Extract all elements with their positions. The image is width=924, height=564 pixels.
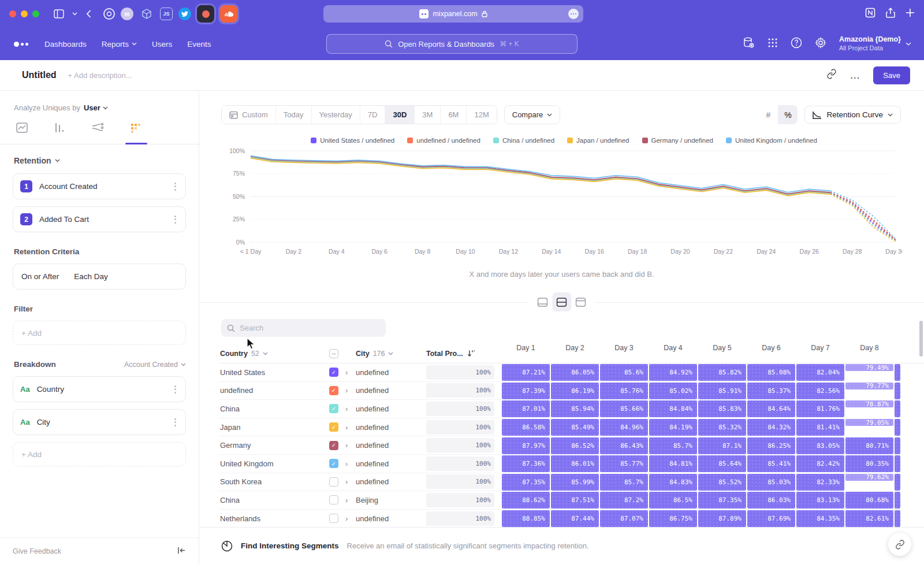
expand-row-icon[interactable]: › <box>345 477 356 486</box>
project-switcher[interactable]: Amazonia {Demo} All Project Data <box>839 35 911 52</box>
retention-value-cell[interactable]: 84.92% <box>649 364 697 381</box>
retention-value-cell[interactable]: 79.49% <box>845 364 893 371</box>
retention-value-cell[interactable]: 86.43% <box>600 437 648 454</box>
collapse-sidebar-icon[interactable] <box>177 547 186 556</box>
retention-value-cell[interactable]: 85.6% <box>600 364 648 381</box>
retention-value-cell[interactable]: 86.58% <box>502 419 550 436</box>
retention-value-cell[interactable]: 85.94% <box>551 400 599 417</box>
retention-value-cell[interactable]: 87.01% <box>502 400 550 417</box>
retention-section-header[interactable]: Retention <box>14 156 186 165</box>
new-tab-icon[interactable] <box>906 8 915 20</box>
retention-value-cell[interactable]: 85.82% <box>698 364 746 381</box>
expand-row-icon[interactable]: › <box>345 441 356 450</box>
retention-value-cell[interactable]: 85.64% <box>698 455 746 472</box>
retention-value-cell[interactable]: 87.21% <box>502 364 550 381</box>
more-options-icon[interactable]: … <box>850 72 860 78</box>
legend-item[interactable]: China / undefined <box>493 137 554 144</box>
retention-value-cell[interactable]: 86.01% <box>551 455 599 472</box>
global-search[interactable]: Open Reports & Dashboards ⌘ + K <box>326 34 578 54</box>
retention-value-cell[interactable]: 84.19% <box>649 419 697 436</box>
series-checkbox[interactable] <box>329 495 338 504</box>
view-table-only-button[interactable] <box>571 292 590 311</box>
retention-value-cell[interactable]: 85.99% <box>551 474 599 491</box>
day-column-header[interactable]: Day 1 <box>501 344 550 363</box>
retention-value-cell[interactable]: 80.35% <box>845 455 893 472</box>
data-management-icon[interactable] <box>743 37 755 51</box>
day-column-header[interactable]: Day 3 <box>599 344 649 363</box>
retention-value-cell[interactable]: 85.03% <box>747 474 795 491</box>
retention-value-cell[interactable]: 81.76% <box>796 400 844 417</box>
retention-value-cell[interactable]: 83.13% <box>796 492 844 509</box>
total-column-header[interactable]: Total Pro... <box>426 350 501 358</box>
retention-value-cell[interactable]: 84.84% <box>649 400 697 417</box>
range-today[interactable]: Today <box>276 106 312 124</box>
favicon-cube-icon[interactable] <box>139 6 154 21</box>
help-icon[interactable] <box>791 37 802 51</box>
retention-value-cell[interactable]: 85.52% <box>698 474 746 491</box>
breakdown-scope-selector[interactable]: Account Created <box>124 361 186 369</box>
nav-dashboards[interactable]: Dashboards <box>44 40 87 49</box>
select-all-checkbox[interactable]: – <box>329 349 338 358</box>
retention-value-cell[interactable]: 85.49% <box>551 419 599 436</box>
retention-value-cell[interactable]: 85.7% <box>600 474 648 491</box>
retention-value-cell[interactable]: 86.03% <box>747 492 795 509</box>
expand-row-icon[interactable]: › <box>345 423 356 432</box>
day-column-header[interactable]: Day 4 <box>649 344 698 363</box>
chart-type-selector[interactable]: Retention Curve <box>804 106 901 124</box>
retention-value-cell[interactable]: 84.81% <box>649 455 697 472</box>
retention-value-cell[interactable]: 85.91% <box>698 383 746 399</box>
series-checkbox[interactable]: ✓ <box>329 368 338 377</box>
retention-value-cell[interactable]: 82.42% <box>796 455 844 472</box>
mixpanel-logo[interactable] <box>14 42 28 47</box>
series-checkbox[interactable]: ✓ <box>329 404 338 413</box>
copy-link-icon[interactable] <box>826 69 837 81</box>
retention-value-cell[interactable]: 81.41% <box>796 419 844 436</box>
retention-value-cell[interactable]: 86.5% <box>649 492 697 509</box>
favicon-m-icon[interactable]: m <box>121 8 133 20</box>
criteria-interval-selector[interactable]: Each Day <box>74 272 108 281</box>
series-checkbox[interactable]: ✓ <box>329 422 338 432</box>
save-button[interactable]: Save <box>873 66 910 84</box>
retention-value-cell[interactable]: 87.44% <box>551 510 599 527</box>
tab-overview-chevron-icon[interactable] <box>72 12 77 16</box>
legend-item[interactable]: United Kingdom / undefined <box>726 137 817 144</box>
tab-insights[interactable] <box>16 123 29 144</box>
range-6m[interactable]: 6M <box>441 106 467 124</box>
retention-value-cell[interactable]: 80.68% <box>845 492 893 509</box>
retention-value-cell[interactable]: 85.77% <box>600 455 648 472</box>
retention-value-cell[interactable]: 84.32% <box>747 419 795 436</box>
retention-value-cell[interactable]: 79.77% <box>845 383 893 389</box>
retention-value-cell[interactable]: 88.85% <box>502 510 550 527</box>
retention-value-cell[interactable]: 86.05% <box>551 364 599 381</box>
legend-item[interactable]: undefined / undefined <box>407 137 480 144</box>
retention-value-cell[interactable]: 82.61% <box>845 510 893 527</box>
retention-value-cell[interactable]: 82.33% <box>796 474 844 491</box>
retention-value-cell[interactable]: 87.36% <box>502 455 550 472</box>
retention-value-cell[interactable]: 86.75% <box>649 510 697 527</box>
nav-users[interactable]: Users <box>152 40 172 49</box>
retention-value-cell[interactable]: 85.41% <box>747 455 795 472</box>
range-yesterday[interactable]: Yesterday <box>312 106 360 124</box>
back-icon[interactable] <box>86 10 91 18</box>
retention-value-cell[interactable]: 84.83% <box>649 474 697 491</box>
report-title[interactable]: Untitled <box>22 70 57 80</box>
table-search[interactable] <box>221 319 386 337</box>
address-bar[interactable]: mixpanel.com <box>323 5 583 23</box>
step-options-icon[interactable] <box>172 213 178 226</box>
retention-value-cell[interactable]: 87.51% <box>551 492 599 509</box>
breakdown-country[interactable]: Aa Country <box>13 376 186 402</box>
criteria-mode-selector[interactable]: On or After <box>21 272 59 281</box>
retention-value-cell[interactable]: 87.39% <box>502 383 550 399</box>
series-checkbox[interactable]: ✓ <box>329 459 338 468</box>
country-column-header[interactable]: Country 52 <box>219 350 326 358</box>
legend-item[interactable]: United States / undefined <box>311 137 394 144</box>
breakdown-options-icon[interactable] <box>172 383 178 396</box>
retention-value-cell[interactable]: 86.19% <box>551 383 599 399</box>
zoom-window-button[interactable] <box>32 10 39 17</box>
retention-value-cell[interactable]: 80.71% <box>845 437 893 454</box>
tab-flows[interactable] <box>91 123 105 144</box>
day-column-header[interactable]: Day 2 <box>550 344 599 363</box>
breakdown-options-icon[interactable] <box>172 416 178 429</box>
expand-row-icon[interactable]: › <box>345 368 356 377</box>
expand-row-icon[interactable]: › <box>345 459 356 468</box>
